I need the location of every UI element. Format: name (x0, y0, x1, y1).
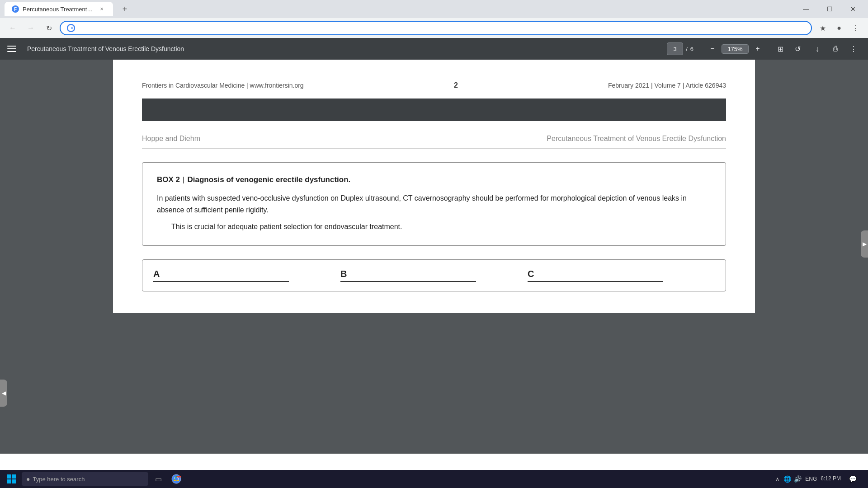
svg-rect-4 (12, 479, 16, 483)
page-number: 2 (454, 81, 458, 89)
chrome-icon (171, 474, 181, 484)
box-2-body-text: In patients with suspected veno-occlusiv… (157, 192, 711, 216)
box-2: BOX 2|Diagnosis of venogenic erectile dy… (142, 162, 726, 246)
box-2-title-separator: | (183, 175, 184, 184)
authors-section: Hoppe and Diehm Percutaneous Treatment o… (142, 135, 726, 149)
box-2-indented-text: This is crucial for adequate patient sel… (171, 221, 711, 233)
box-2-title: BOX 2|Diagnosis of venogenic erectile dy… (157, 175, 711, 184)
maximize-button[interactable]: ☐ (819, 2, 840, 16)
back-button[interactable]: ← (5, 21, 20, 35)
taskbar-chrome-app[interactable] (168, 471, 184, 487)
scroll-right-arrow[interactable]: ▶ (861, 230, 868, 258)
taskbar: ● Type here to search ▭ ∧ 🌐 🔊 ENG 6:12 P… (0, 470, 868, 488)
extensions-button[interactable]: ★ (816, 21, 830, 35)
taskbar-task-view[interactable]: ▭ (150, 471, 166, 487)
browser-title-bar: F Percutaneous Treatment of Veno... × + … (0, 0, 868, 18)
figure-labels: A B C (153, 269, 715, 282)
pdf-zoom-level: 175% (722, 44, 749, 54)
authors-label: Hoppe and Diehm (142, 135, 200, 143)
svg-rect-2 (12, 474, 16, 479)
windows-logo-icon (7, 474, 16, 483)
taskbar-quick-settings: 🌐 🔊 (783, 475, 802, 483)
section-divider-banner (142, 99, 726, 121)
google-logo-icon (67, 24, 75, 32)
active-tab[interactable]: F Percutaneous Treatment of Veno... × (5, 2, 113, 16)
pdf-page: Frontiers in Cardiovascular Medicine | w… (113, 60, 755, 313)
taskbar-system-tray: ∧ (775, 476, 780, 483)
pdf-zoom-out-button[interactable]: − (706, 42, 719, 55)
address-bar-row: ← → ↻ ★ ● ⋮ (0, 18, 868, 38)
tab-title: Percutaneous Treatment of Veno... (23, 6, 94, 13)
taskbar-right-area: ∧ 🌐 🔊 ENG 6:12 PM 💬 (775, 471, 864, 487)
svg-point-7 (175, 478, 178, 481)
volume-icon: 🔊 (794, 475, 802, 483)
svg-rect-3 (7, 479, 11, 483)
pdf-toolbar: Percutaneous Treatment of Venous Erectil… (0, 38, 868, 60)
tab-favicon: F (12, 5, 19, 13)
pdf-more-button[interactable]: ⋮ (846, 42, 861, 56)
start-button[interactable] (4, 471, 20, 487)
journal-metadata: February 2021 | Volume 7 | Article 62694… (608, 82, 726, 89)
scroll-left-arrow[interactable]: ◀ (0, 380, 7, 407)
profile-button[interactable]: ● (832, 21, 846, 35)
svg-rect-1 (7, 474, 11, 479)
browser-toolbar-icons: ★ ● ⋮ (816, 21, 863, 35)
pdf-rotate-button[interactable]: ↺ (790, 42, 805, 56)
more-options-button[interactable]: ⋮ (848, 21, 863, 35)
address-bar[interactable] (60, 21, 812, 35)
minimize-button[interactable]: — (796, 2, 816, 16)
pdf-content-area[interactable]: Frontiers in Cardiovascular Medicine | w… (0, 60, 868, 454)
reload-button[interactable]: ↻ (42, 21, 56, 35)
network-icon: 🌐 (783, 475, 791, 483)
figure-label-a: A (153, 269, 340, 282)
taskbar-search-icon: ● (26, 475, 30, 483)
pdf-menu-button[interactable] (7, 42, 22, 56)
tab-close-button[interactable]: × (98, 5, 106, 13)
pdf-document-title: Percutaneous Treatment of Venous Erectil… (27, 45, 661, 52)
taskbar-search-placeholder: Type here to search (33, 476, 85, 483)
forward-button[interactable]: → (24, 21, 38, 35)
pdf-download-button[interactable]: ↓ (810, 42, 825, 56)
url-input[interactable] (79, 24, 805, 32)
taskbar-search-box[interactable]: ● Type here to search (22, 472, 148, 486)
window-controls: — ☐ ✕ (796, 2, 863, 16)
pdf-zoom-in-button[interactable]: + (751, 42, 764, 55)
clock-time: 6:12 PM (821, 475, 841, 483)
pdf-current-page-input[interactable]: 3 (667, 42, 683, 55)
notification-button[interactable]: 💬 (844, 471, 861, 487)
box-2-title-text: Diagnosis of venogenic erectile dysfunct… (187, 175, 350, 184)
figure-label-b: B (340, 269, 528, 282)
pdf-page-separator: / (686, 46, 688, 52)
journal-name: Frontiers in Cardiovascular Medicine | w… (142, 82, 304, 89)
page-header: Frontiers in Cardiovascular Medicine | w… (142, 81, 726, 89)
figure-box: A B C (142, 259, 726, 291)
tray-show-hidden-icon[interactable]: ∧ (775, 476, 780, 483)
pdf-toolbar-right: ↓ ⎙ ⋮ (810, 42, 861, 56)
pdf-fit-page-button[interactable]: ⊞ (773, 42, 788, 56)
pdf-total-pages: 6 (690, 46, 693, 52)
taskbar-language: ENG (805, 476, 817, 482)
article-title-header: Percutaneous Treatment of Venous Erectil… (547, 135, 726, 143)
box-2-label: BOX 2 (157, 175, 180, 184)
close-button[interactable]: ✕ (843, 2, 863, 16)
pdf-page-controls: 3 / 6 − 175% + ⊞ ↺ (667, 42, 805, 56)
figure-label-c: C (528, 269, 715, 282)
new-tab-button[interactable]: + (118, 3, 131, 15)
pdf-print-button[interactable]: ⎙ (828, 42, 843, 56)
taskbar-clock[interactable]: 6:12 PM (821, 475, 841, 483)
